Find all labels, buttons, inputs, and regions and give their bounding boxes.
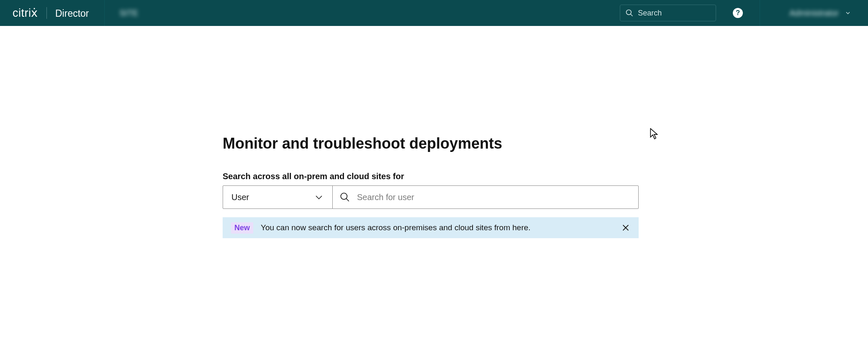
search-type-dropdown[interactable]: User	[223, 186, 333, 208]
user-menu-divider	[760, 0, 760, 26]
brand-product: Director	[55, 8, 89, 19]
banner-text: You can now search for users across on-p…	[261, 223, 614, 232]
close-icon[interactable]	[621, 223, 630, 232]
top-bar: citriẋ Director SITE ? Administrator	[0, 0, 868, 26]
search-field[interactable]	[333, 186, 638, 208]
svg-point-0	[627, 10, 632, 15]
content-block: Monitor and troubleshoot deployments Sea…	[223, 135, 639, 238]
chevron-down-icon	[314, 192, 324, 202]
brand-block: citriẋ Director	[13, 6, 89, 20]
info-banner: New You can now search for users across …	[223, 217, 639, 238]
search-input[interactable]	[357, 193, 632, 202]
user-menu[interactable]: Administrator	[789, 8, 855, 18]
username-blurred: Administrator	[789, 8, 839, 18]
page-title: Monitor and troubleshoot deployments	[223, 135, 639, 152]
search-type-value: User	[231, 193, 249, 202]
svg-line-1	[631, 14, 633, 16]
chevron-down-icon	[845, 10, 851, 16]
search-label: Search across all on-prem and cloud site…	[223, 172, 639, 181]
topbar-divider	[104, 0, 105, 26]
topbar-right: ? Administrator	[620, 0, 855, 26]
search-row: User	[223, 185, 639, 209]
global-search[interactable]	[620, 5, 716, 21]
help-icon[interactable]: ?	[733, 8, 743, 18]
search-icon	[625, 9, 634, 17]
svg-point-2	[341, 193, 347, 199]
svg-line-3	[346, 198, 349, 201]
search-icon	[339, 192, 350, 203]
main-content: Monitor and troubleshoot deployments Sea…	[0, 26, 868, 238]
new-badge: New	[231, 222, 253, 234]
site-name-blurred: SITE	[120, 8, 138, 18]
brand-divider	[46, 7, 47, 19]
brand-logo: citriẋ	[13, 6, 38, 20]
global-search-input[interactable]	[638, 9, 711, 18]
